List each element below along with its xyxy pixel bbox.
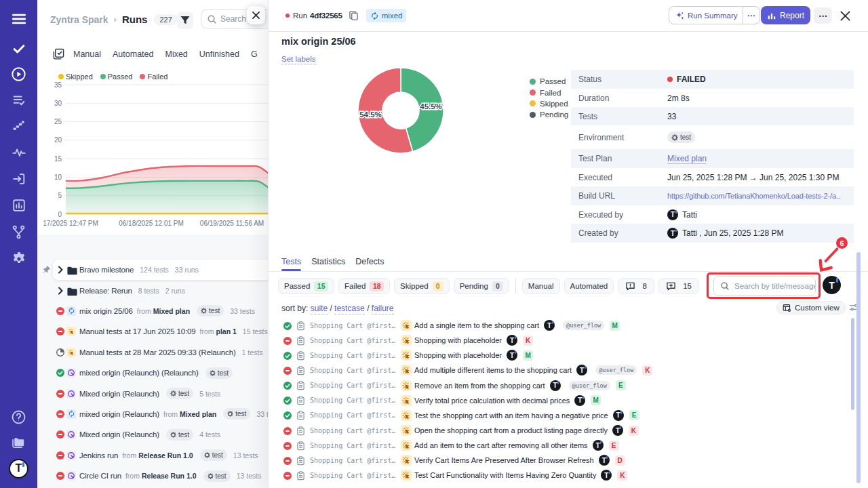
- filter-chip-failed[interactable]: Failed18: [338, 278, 390, 294]
- custom-view-button[interactable]: Custom view: [776, 301, 846, 314]
- testcase-icon: [296, 426, 305, 435]
- filter-chip-passed[interactable]: Passed15: [278, 278, 334, 294]
- test-title[interactable]: Shopping with placeholder: [414, 351, 502, 359]
- user-avatar: T: [544, 320, 555, 331]
- bar-chart-icon[interactable]: [0, 197, 37, 214]
- test-title[interactable]: Add a single item to the shopping cart: [414, 321, 539, 329]
- sort-link-suite[interactable]: suite: [311, 304, 328, 314]
- tab-defects[interactable]: Defects: [355, 257, 384, 266]
- check-icon[interactable]: [0, 41, 37, 57]
- drawer-close-button[interactable]: [840, 10, 851, 22]
- test-title[interactable]: Open the shopping cart from a product li…: [414, 426, 608, 434]
- sort-link-failure[interactable]: failure: [372, 304, 394, 314]
- test-row[interactable]: Shopping Cart @first… Shopping with plac…: [269, 333, 852, 348]
- build-url-link[interactable]: https://github.com/TetianaKhomenko/Load-…: [667, 192, 841, 200]
- run-title[interactable]: mix origin 25/06: [79, 307, 133, 315]
- tab-unfinished[interactable]: Unfinished: [199, 49, 239, 59]
- pin-icon[interactable]: [42, 265, 51, 274]
- sign-in-icon[interactable]: [0, 171, 37, 187]
- close-icon: [252, 11, 260, 20]
- filter-chip-automated[interactable]: Automated: [564, 278, 614, 294]
- steps-icon[interactable]: [0, 118, 37, 134]
- executed-by-value: Tatti: [682, 210, 697, 220]
- filter-chip-manual[interactable]: Manual: [522, 278, 560, 294]
- run-summary-button[interactable]: Run Summary ⋯: [669, 6, 760, 24]
- drawer-scrollbar[interactable]: [856, 252, 861, 483]
- run-kind-icon: [66, 368, 76, 378]
- run-title[interactable]: Manual tests at 28 Mar 2025 09:33 (Relau…: [79, 348, 236, 357]
- test-row[interactable]: Shopping Cart @first… Test the shopping …: [269, 408, 852, 423]
- test-row[interactable]: Shopping Cart @first… Test Cart Function…: [269, 468, 852, 483]
- tab-cut[interactable]: G: [251, 49, 258, 59]
- pulse-icon[interactable]: [0, 144, 37, 161]
- test-plan-link[interactable]: Mixed plan: [667, 154, 707, 163]
- test-title[interactable]: Shopping with placeholder: [414, 336, 502, 344]
- play-circle-icon[interactable]: [0, 66, 37, 82]
- test-row[interactable]: Shopping Cart @first… Add an item to the…: [269, 438, 852, 453]
- test-row[interactable]: Shopping Cart @first… Add multiple diffe…: [269, 363, 852, 378]
- filter-button[interactable]: [177, 12, 193, 29]
- copy-icon[interactable]: [349, 10, 359, 21]
- test-row[interactable]: Shopping Cart @first… Verify Cart Items …: [269, 453, 852, 468]
- tab-tests[interactable]: Tests: [281, 257, 301, 266]
- run-title[interactable]: Mixed origin (Relaunch): [79, 430, 159, 439]
- help-icon[interactable]: [0, 408, 37, 426]
- results-donut-chart: 45.5%54.5%: [336, 64, 472, 159]
- search-icon: [207, 14, 217, 24]
- test-title[interactable]: Add multiple different items to the shop…: [414, 366, 572, 374]
- run-title[interactable]: Release: Rerun: [79, 287, 132, 295]
- created-by-value: Tatti , Jun 25, 2025 1:28 PM: [682, 228, 783, 238]
- run-title[interactable]: Bravo milestone: [79, 266, 134, 274]
- page-title: Runs: [122, 14, 148, 25]
- test-title[interactable]: Test Cart Functionality with Items Havin…: [414, 471, 596, 479]
- test-row[interactable]: Shopping Cart @first… Verify total price…: [269, 393, 852, 408]
- breadcrumb-root[interactable]: Zyntra Spark: [50, 14, 108, 25]
- tests-scrollbar[interactable]: [851, 318, 854, 410]
- test-row[interactable]: Shopping Cart @first… Add a single item …: [269, 318, 852, 333]
- sort-link-testcase[interactable]: testcase: [334, 304, 365, 314]
- sidebar-user-avatar[interactable]: T: [0, 458, 37, 479]
- test-title[interactable]: Remove an item from the shopping cart: [414, 382, 545, 390]
- test-title[interactable]: Test the shopping cart with an item havi…: [414, 411, 608, 420]
- test-row[interactable]: Shopping Cart @first… Open the shopping …: [269, 423, 852, 438]
- test-status-icon: [283, 396, 291, 404]
- run-title[interactable]: Manual tests at 17 Jun 2025 10:09: [79, 327, 196, 336]
- assignee-avatar-filter[interactable]: T: [823, 276, 841, 294]
- search-close-button[interactable]: [247, 6, 265, 24]
- test-title[interactable]: Verify Cart Items Are Preserved After Br…: [414, 456, 594, 464]
- filter-chip-skipped[interactable]: Skipped0: [394, 278, 450, 294]
- run-title[interactable]: mixed origin (Relaunch): [79, 410, 159, 418]
- tab-mixed[interactable]: Mixed: [165, 49, 187, 59]
- assignee-letter-badge: K: [617, 470, 627, 481]
- library-icon[interactable]: [0, 434, 37, 451]
- test-row[interactable]: Shopping Cart @first… Remove an item fro…: [269, 378, 852, 393]
- test-status-icon: [283, 411, 291, 419]
- user-flow-pill: @user_flow: [595, 365, 637, 375]
- tab-automated[interactable]: Automated: [113, 49, 153, 59]
- test-title[interactable]: Verify total price calculation with deci…: [414, 396, 570, 405]
- set-labels-link[interactable]: Set labels: [281, 55, 316, 64]
- passed-status-icon: [283, 352, 292, 360]
- git-branch-icon[interactable]: [0, 223, 37, 241]
- report-button[interactable]: Report: [761, 6, 810, 24]
- gear-icon[interactable]: [0, 249, 37, 267]
- tab-statistics[interactable]: Statistics: [311, 257, 345, 266]
- select-runs-icon[interactable]: [53, 48, 64, 60]
- manual-test-icon: [401, 470, 412, 481]
- run-title[interactable]: mixed origin (Relaunch) (Relaunch): [79, 369, 199, 377]
- test-title[interactable]: Add an item to the cart after removing a…: [414, 441, 588, 449]
- run-title[interactable]: Mixed origin (Relaunch): [79, 390, 159, 398]
- run-title[interactable]: Circle CI run: [79, 472, 121, 480]
- run-tests-count: 124 tests: [140, 266, 169, 274]
- filter-chip-comment-alert-icon[interactable]: 8: [618, 278, 654, 294]
- run-summary-more-button[interactable]: ⋯: [743, 7, 760, 24]
- list-check-icon[interactable]: [0, 92, 37, 108]
- run-title[interactable]: Jenkins run: [79, 451, 118, 460]
- y-tick-label: 20: [54, 136, 62, 144]
- filter-chip-comment-plus-icon[interactable]: 15: [658, 278, 699, 294]
- drawer-more-button[interactable]: ⋯: [814, 7, 832, 24]
- test-row[interactable]: Shopping Cart @first… Shopping with plac…: [269, 348, 852, 363]
- filter-chip-pending[interactable]: Pending0: [454, 278, 509, 294]
- menu-icon[interactable]: [0, 9, 37, 28]
- tab-manual[interactable]: Manual: [73, 49, 101, 59]
